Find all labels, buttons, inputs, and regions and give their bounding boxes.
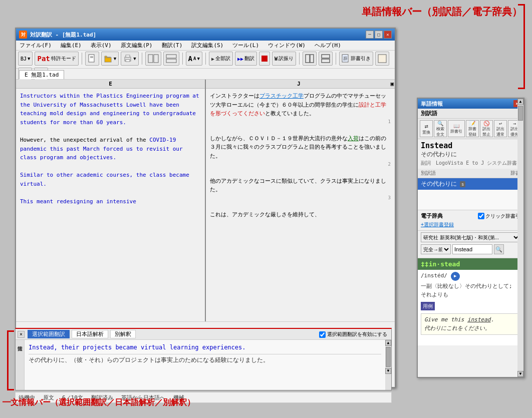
dict-ref-btn[interactable]: 📖 辞書引 [448,120,465,137]
jp-para-4: これは、アカデミックな厳しさを維持して、 [210,210,391,219]
dict-lookup-button[interactable]: 辞 辞書引き [339,52,373,66]
row-view-button[interactable] [163,52,179,66]
bottom-english-text: Instead, their projects became virtual l… [25,340,385,354]
menu-source-edit[interactable]: 原文編集(P) [119,42,154,49]
denshi-link[interactable]: +選択辞書登録 [421,221,520,228]
minimize-button[interactable]: ─ [366,31,374,39]
jp-para-1: インストラクターはプラスチック工学プログラムの中でマサチューセッツ大学ローエルに… [210,92,391,118]
translate-all-button[interactable]: ▶ 全部訳 [209,52,233,66]
bottom-scrollbar[interactable]: ▲ ▼ [385,340,391,390]
extra-button-1[interactable] [375,52,389,66]
menu-tools[interactable]: ツール(L) [231,42,260,49]
example-word: instead [467,316,490,323]
top-right-bracket [518,4,525,89]
denshi-checkbox[interactable] [478,213,484,219]
word-source: 副詞 LogoVista E to J システム辞書 [418,160,523,169]
english-content[interactable]: Instructors within the Plastics Engineer… [16,89,205,321]
yaku-furi-button[interactable]: W 訳振り [272,52,296,66]
menu-trans-edit[interactable]: 訳文編集(S) [190,42,225,49]
svg-rect-11 [166,59,176,63]
menu-window[interactable]: ウィンドウ(W) [267,42,307,49]
scroll-up-btn[interactable]: ▲ [385,340,391,346]
menu-view[interactable]: 表示(V) [89,42,113,49]
toolbar-separator-6 [336,53,336,65]
replace-btn[interactable]: ⇄ 置換 [420,120,433,137]
japanese-content[interactable]: インストラクターはプラスチック工学プログラムの中でマサチューセッツ大学ローエルに… [206,89,395,321]
layout-button-2[interactable] [319,52,333,66]
svg-rect-13 [310,55,314,63]
pane-icon[interactable]: ▣ [390,81,394,87]
sentaku-checkbox-area: 選択範囲翻訳を有効にする [319,331,387,338]
english-para-3: Similar to other academic courses, the c… [20,171,201,188]
menu-translate[interactable]: 翻訳(T) [160,42,184,49]
english-para-4: This meant redesigning an intensive [20,197,201,206]
svg-rect-9 [154,55,158,63]
tab-nihongo-kaiseki[interactable]: 日本語解析 [72,330,108,338]
print-button[interactable]: ▼ [121,52,138,66]
toolbar-separator-1 [82,53,82,65]
scroll-down-btn[interactable]: ▼ [385,368,391,374]
menu-edit[interactable]: 編集(E) [59,42,83,49]
open-button[interactable]: ▼ [101,52,119,66]
play-audio-btn[interactable]: ▶ [451,272,460,281]
yoirei-badge: 用例 [421,302,435,310]
denshi-jiten-section: 電子辞典 クリック辞書引 +選択辞書登録 [418,210,523,230]
scroll-thumb[interactable] [386,347,391,367]
toolbar-separator-5 [299,53,300,65]
svg-rect-6 [126,55,130,57]
tab-betsukaishaku[interactable]: 別解釈 [110,330,136,338]
betsuyaku-table-header: 別訳語 辞書 [418,169,523,178]
svg-rect-7 [126,60,130,62]
new-button[interactable] [85,52,99,66]
translation-normal-btn[interactable]: ↩ 訳出通常 [494,120,507,137]
tab-sentaku-hani[interactable]: 選択範囲翻訳 [28,330,70,338]
betsuyaku-row[interactable]: その代わりに s [418,178,523,190]
dict-name-select[interactable]: 研究社 新英和(第七版)・和英(第... [421,232,520,242]
japanese-pane: J ▣ インストラクターはプラスチック工学プログラムの中でマサチューセッツ大学ロ… [206,80,395,321]
pat-mode-button[interactable]: Pat 特許モード [35,52,78,66]
search-all-btn[interactable]: 🔍 検索全文 [434,120,447,137]
content-area: E Instructors within the Plastics Engine… [16,80,395,322]
restore-button[interactable]: □ [375,31,383,39]
jp-para-2: しかしながら、ＣＯＶＩＤ－１９世界的大流行の意外な入荷はこの前の３月に我々に我々… [210,134,391,161]
dict-scrollbar[interactable]: ▲ ▼ [517,258,523,345]
english-para-2: However, the unexpected arrival of the C… [20,136,201,162]
menu-help[interactable]: ヘルプ(H) [313,42,343,49]
english-pane: E Instructors within the Plastics Engine… [16,80,206,321]
word-jp-translation: その代わりに [418,150,523,160]
english-para-1: Instructors within the Plastics Engineer… [20,92,201,127]
bottom-left-annotation: ━文情報バー（選択範囲翻訳／日本語解析／別解釈） [3,397,195,408]
close-button[interactable]: ✕ [384,31,392,39]
dict-search-row: 研究社 新英和(第七版)・和英(第... [421,232,520,242]
betsuyaku-badge: s [460,181,465,187]
toolbar: BJ ▼ Pat 特許モード ▼ ▼ A A ▼ [16,51,395,69]
dict-register-btn[interactable]: 📝 辞書登録 [466,120,479,137]
menu-file[interactable]: ファイル(F) [18,42,53,49]
svg-rect-0 [89,55,94,62]
dict-entry-container: ‡‡in·stead /instéd/ ▶ 一副〈比較なし〉その代わりとして; … [418,258,523,345]
jp-para-3: 他のアカデミックなコースに類似していて、クラスは事実上になりました。 [210,177,391,194]
svg-rect-8 [148,55,153,63]
bj-button[interactable]: BJ ▼ [18,52,33,66]
col-e-header: E [16,80,205,89]
dict-entry-body[interactable]: /instéd/ ▶ 一副〈比較なし〉その代わりとして; それよりも 用例 Gi… [418,270,523,338]
sentaku-checkbox[interactable] [319,331,326,338]
dict-meaning: 一副〈比較なし〉その代わりとして; それよりも [421,282,520,299]
svg-rect-10 [166,55,176,58]
word-toolbar: ⇄ 置換 🔍 検索全文 📖 辞書引 📝 辞書登録 🚫 訳出禁止 ↩ 訳出通常 →… [418,119,523,139]
layout-button-1[interactable] [303,52,317,66]
dict-search-button[interactable]: 🔍 [494,244,504,254]
bottom-tabs: × 選択範囲翻訳 日本語解析 別解釈 選択範囲翻訳を有効にする [16,329,391,340]
svg-text:辞: 辞 [343,56,348,61]
dict-direction-select[interactable]: 完全→前方 [421,244,451,254]
main-tab[interactable]: E 無題1.tad [19,70,64,79]
col-view-button[interactable] [145,52,161,66]
tab-bar: E 無題1.tad [16,69,395,80]
bottom-panel: × 選択範囲翻訳 日本語解析 別解釈 選択範囲翻訳を有効にする 文情報 Inst… [15,328,392,390]
font-size-button[interactable]: A A ▼ [186,52,202,66]
translation-ban-btn[interactable]: 🚫 訳出禁止 [480,120,493,137]
bottom-close-btn[interactable]: × [18,331,25,338]
dict-search-input[interactable] [452,244,492,254]
stop-button[interactable] [259,52,270,66]
translate-button[interactable]: ▶▶ 翻訳 [235,52,257,66]
